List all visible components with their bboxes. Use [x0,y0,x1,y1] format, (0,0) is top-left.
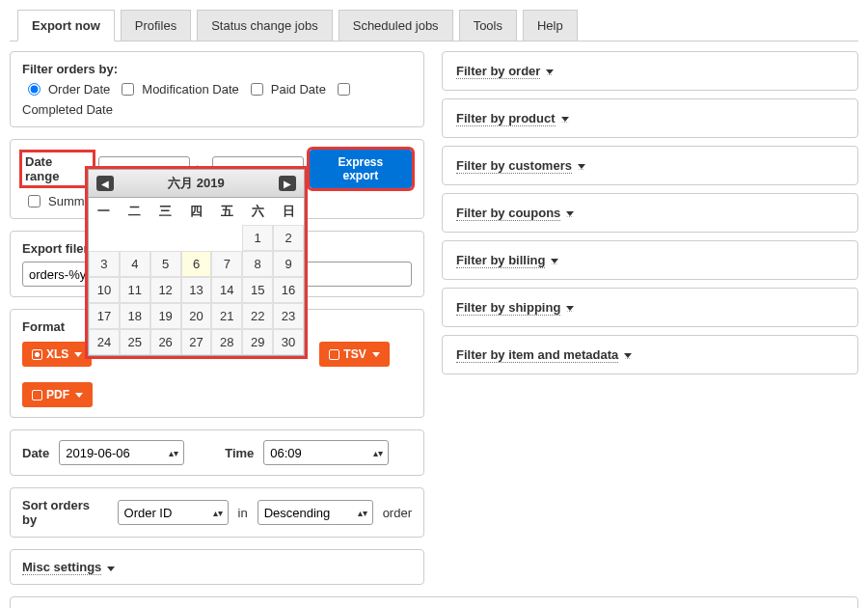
date-range-label: Date range [22,152,93,185]
datepicker-day[interactable]: 17 [89,303,120,329]
tab-status-change[interactable]: Status change jobs [197,10,333,41]
datepicker-day[interactable]: 2 [273,225,304,251]
filter-accordion-0[interactable]: Filter by order [442,51,858,91]
sort-label: Sort orders by [22,498,108,527]
datepicker-day[interactable]: 4 [120,251,150,277]
sort-order: order [383,506,412,520]
datepicker-dow: 日 [273,198,304,225]
date-range-panel: Date range to Express export Summary ◀ 六… [10,139,424,219]
datepicker-day[interactable]: 25 [120,329,150,355]
datepicker-day[interactable]: 19 [150,303,181,329]
checkbox-icon [32,390,42,401]
filter-accordion-4[interactable]: Filter by billing [442,240,858,280]
datepicker-dow: 二 [120,198,150,225]
time-label: Time [225,446,254,460]
chevron-down-icon [561,117,569,123]
chevron-down-icon [107,567,115,571]
datepicker: ◀ 六月 2019 ▶ 一二三四五六日123456789101112131415… [88,169,305,356]
format-chip-tsv[interactable]: TSV [319,342,389,367]
datepicker-day[interactable]: 14 [211,277,242,303]
datepicker-dow: 六 [242,198,273,225]
chevron-down-icon [578,164,585,170]
datepicker-day[interactable]: 3 [89,251,120,277]
chevron-down-icon [566,306,574,312]
datepicker-day[interactable]: 18 [120,303,150,329]
filter-accordion-2[interactable]: Filter by customers [442,146,858,185]
datepicker-day[interactable]: 28 [211,329,242,355]
chevron-down-icon [74,352,82,357]
datepicker-day[interactable]: 5 [150,251,181,277]
datepicker-day[interactable]: 12 [150,277,181,303]
datepicker-dow: 四 [181,198,212,225]
chk-completed-date[interactable] [338,83,350,96]
summary-checkbox[interactable] [28,195,41,207]
format-chip-pdf[interactable]: PDF [22,382,93,407]
filter-accordion-5[interactable]: Filter by shipping [442,288,858,327]
tab-export-now[interactable]: Export now [17,10,115,41]
chevron-down-icon [75,393,83,398]
datepicker-day[interactable]: 13 [181,277,212,303]
date-label: Date [22,446,49,460]
sort-panel: Sort orders by Order ID▴▾ in Descending▴… [10,487,424,538]
tab-help[interactable]: Help [523,10,578,41]
datepicker-day[interactable]: 15 [242,277,273,303]
filter-accordion-1[interactable]: Filter by product [442,98,858,138]
radio-order-date[interactable] [28,83,41,96]
date-select[interactable]: 2019-06-06 [59,440,184,465]
sort-in: in [238,506,248,520]
filter-orders-panel: Filter orders by: Order Date Modificatio… [10,51,424,127]
datepicker-next[interactable]: ▶ [279,176,296,191]
misc-settings-label: Misc settings [22,560,101,575]
tabs: Export now Profiles Status change jobs S… [10,10,858,41]
datepicker-day[interactable]: 29 [242,329,273,355]
datepicker-day[interactable]: 20 [181,303,212,329]
tab-profiles[interactable]: Profiles [121,10,191,41]
datepicker-day[interactable]: 8 [242,251,273,277]
chevron-down-icon [551,259,558,264]
sort-dir-select[interactable]: Descending [258,500,373,525]
time-select[interactable]: 06:09 [263,440,389,465]
datepicker-title: 六月 2019 [168,175,225,192]
datepicker-day[interactable]: 9 [273,251,304,277]
datepicker-dow: 一 [89,198,120,225]
datetime-panel: Date 2019-06-06▴▾ Time 06:09▴▾ [10,429,424,476]
express-export-button[interactable]: Express export [310,150,412,188]
chevron-down-icon [566,211,574,217]
datepicker-prev[interactable]: ◀ [96,176,114,191]
datepicker-day[interactable]: 6 [181,251,212,277]
datepicker-day[interactable]: 7 [211,251,242,277]
filter-heading: Filter orders by: [22,62,412,76]
datepicker-day[interactable]: 22 [242,303,273,329]
datepicker-day[interactable]: 30 [273,329,304,355]
filter-accordion-6[interactable]: Filter by item and metadata [442,335,858,374]
datepicker-day[interactable]: 26 [150,329,181,355]
chk-mod-date[interactable] [122,83,134,96]
datepicker-dow: 五 [211,198,242,225]
datepicker-day[interactable]: 24 [89,329,120,355]
chevron-down-icon [372,352,380,357]
datepicker-day[interactable]: 11 [120,277,150,303]
chevron-down-icon [546,69,554,75]
datepicker-day[interactable]: 1 [242,225,273,251]
datepicker-dow: 三 [150,198,181,225]
datepicker-day[interactable]: 16 [273,277,304,303]
tab-tools[interactable]: Tools [459,10,517,41]
misc-settings-panel[interactable]: Misc settings [10,549,424,585]
radio-checked-icon [32,349,42,360]
chevron-down-icon [624,353,632,359]
datepicker-day[interactable]: 21 [211,303,242,329]
datepicker-day[interactable]: 23 [273,303,304,329]
sort-field-select[interactable]: Order ID [118,500,229,525]
filter-accordion-3[interactable]: Filter by coupons [442,193,858,233]
setup-fields-panel[interactable]: Set up fields to export [10,596,858,608]
datepicker-day[interactable]: 10 [89,277,120,303]
chk-paid-date[interactable] [251,83,263,96]
datepicker-day[interactable]: 27 [181,329,212,355]
format-chip-xls[interactable]: XLS [22,342,92,367]
tab-scheduled[interactable]: Scheduled jobs [339,10,453,41]
checkbox-icon [329,349,339,360]
